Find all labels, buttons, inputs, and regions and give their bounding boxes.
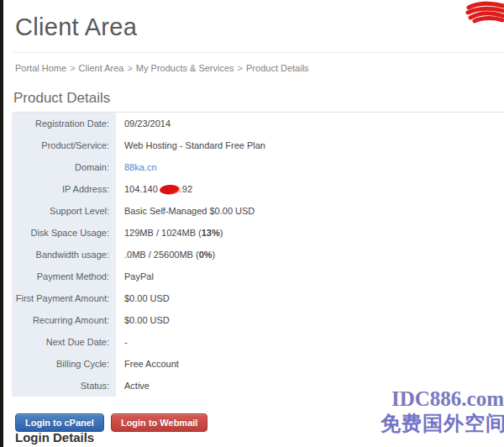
- row-label: Billing Cycle:: [12, 353, 116, 375]
- login-to-webmail-button[interactable]: Login to Webmail: [111, 413, 207, 432]
- row-value: 88ka.cn: [116, 156, 368, 178]
- row-label: Disk Space Usage:: [12, 222, 116, 244]
- row-value: Web Hosting - Standard Free Plan: [116, 134, 368, 156]
- row-label: IP Address:: [12, 178, 116, 200]
- row-label: Registration Date:: [12, 113, 116, 134]
- row-value: 129MB / 1024MB (13%): [116, 222, 368, 244]
- table-row: Payment Method:PayPal: [12, 266, 368, 287]
- breadcrumb: Portal Home>Client Area>My Products & Se…: [15, 63, 309, 73]
- row-value: $0.00 USD: [116, 309, 368, 331]
- row-value: Free Account: [116, 353, 368, 375]
- table-row: Registration Date:09/23/2014: [12, 113, 368, 134]
- domain-link[interactable]: 88ka.cn: [124, 162, 157, 172]
- red-scribble-annotation: [465, 1, 504, 24]
- table-row: Recurring Amount:$0.00 USD: [12, 309, 368, 331]
- login-buttons-row: Login to cPanel Login to Webmail: [15, 413, 207, 432]
- watermark-chinese-text: 免费国外空间: [379, 410, 504, 437]
- row-value: Active: [116, 375, 368, 397]
- row-value: PayPal: [116, 266, 368, 287]
- page-content: Client Area Portal Home>Client Area>My P…: [3, 0, 504, 447]
- row-label: Next Due Date:: [12, 331, 116, 353]
- table-row: Product/Service:Web Hosting - Standard F…: [12, 134, 368, 156]
- row-label: Product/Service:: [12, 134, 116, 156]
- breadcrumb-link[interactable]: Client Area: [79, 63, 124, 73]
- table-row: Next Due Date:-: [12, 331, 368, 353]
- table-row: Disk Space Usage:129MB / 1024MB (13%): [12, 222, 368, 244]
- table-row: First Payment Amount:$0.00 USD: [12, 287, 368, 309]
- table-row: Bandwidth usage:.0MB / 25600MB (0%): [12, 244, 368, 266]
- row-label: Domain:: [12, 156, 116, 178]
- row-label: First Payment Amount:: [12, 287, 116, 309]
- login-to-cpanel-button[interactable]: Login to cPanel: [15, 413, 104, 432]
- table-row: IP Address:104.140.92: [12, 178, 368, 200]
- breadcrumb-link[interactable]: My Products & Services: [136, 63, 234, 73]
- row-value: -: [116, 331, 368, 353]
- section-title-login-details: Login Details: [15, 430, 94, 444]
- product-details-table: Registration Date:09/23/2014Product/Serv…: [12, 113, 368, 397]
- breadcrumb-separator: >: [238, 63, 243, 73]
- row-label: Bandwidth usage:: [12, 244, 116, 266]
- watermark-text: IDC886.com: [380, 387, 504, 411]
- breadcrumb-separator: >: [127, 63, 132, 73]
- row-value: 104.140.92: [116, 178, 368, 200]
- row-label: Recurring Amount:: [12, 309, 116, 331]
- row-value: 09/23/2014: [116, 113, 368, 134]
- breadcrumb-separator: >: [70, 63, 75, 73]
- row-label: Support Level:: [12, 200, 116, 222]
- row-value: $0.00 USD: [116, 287, 368, 309]
- breadcrumb-link[interactable]: Portal Home: [15, 63, 66, 73]
- row-label: Payment Method:: [12, 266, 116, 287]
- row-value: .0MB / 25600MB (0%): [116, 244, 368, 266]
- table-row: Support Level:Basic Self-Managed $0.00 U…: [12, 200, 368, 222]
- section-title-product-details: Product Details: [13, 90, 504, 113]
- table-row: Status:Active: [12, 375, 368, 397]
- table-row: Domain:88ka.cn: [12, 156, 368, 178]
- page-title: Client Area: [15, 13, 137, 41]
- client-area-page: { "page": { "title": "Client Area", "sec…: [0, 0, 504, 447]
- breadcrumb-current: Product Details: [246, 63, 309, 73]
- table-row: Billing Cycle:Free Account: [12, 353, 368, 375]
- row-label: Status:: [12, 375, 116, 397]
- details-table-body: Registration Date:09/23/2014Product/Serv…: [12, 113, 368, 397]
- row-value: Basic Self-Managed $0.00 USD: [116, 200, 368, 222]
- header-divider: [13, 52, 504, 53]
- ip-redaction-blob: [159, 184, 179, 195]
